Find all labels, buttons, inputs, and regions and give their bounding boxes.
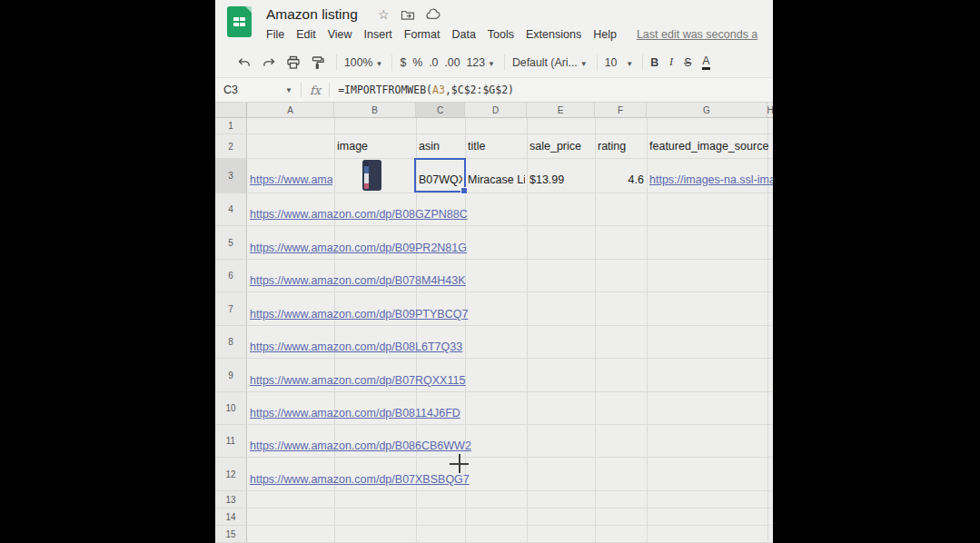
zoom-select[interactable]: 100%▼ bbox=[344, 56, 382, 69]
more-formats-button[interactable]: 123▼ bbox=[467, 56, 495, 69]
row-header-3[interactable]: 3 bbox=[215, 159, 247, 193]
font-size-select[interactable]: 10 ▼ bbox=[605, 56, 633, 69]
redo-button[interactable] bbox=[260, 52, 278, 74]
row-header-12[interactable]: 12 bbox=[215, 458, 247, 490]
row-header-14[interactable]: 14 bbox=[215, 508, 247, 525]
sheets-logo-icon[interactable] bbox=[227, 6, 252, 37]
menu-format[interactable]: Format bbox=[404, 28, 441, 41]
cell-b3-product-image[interactable] bbox=[362, 160, 381, 191]
cell-e2-sale-price-header[interactable]: sale_price bbox=[530, 141, 581, 153]
row-6: 6 https://www.amazon.com/dp/B078M4H43K bbox=[215, 260, 773, 292]
menu-file[interactable]: File bbox=[266, 28, 284, 41]
row-9: 9 https://www.amazon.com/dp/B07RQXX115 bbox=[215, 359, 773, 392]
column-header-d[interactable]: D bbox=[465, 103, 527, 117]
row-4-cells[interactable]: https://www.amazon.com/dp/B08GZPN88C bbox=[247, 193, 773, 225]
cell-a8-link[interactable]: https://www.amazon.com/dp/B08L6T7Q33 bbox=[250, 341, 462, 353]
row-14-cells[interactable] bbox=[247, 508, 773, 525]
paint-format-button[interactable] bbox=[309, 52, 327, 74]
menu-extensions[interactable]: Extensions bbox=[526, 28, 581, 41]
row-13-cells[interactable] bbox=[247, 491, 773, 508]
text-color-button[interactable]: A bbox=[702, 55, 709, 70]
cell-g3-featured-image-source-link[interactable]: https://images-na.ssl-ima bbox=[649, 174, 773, 186]
row-10-cells[interactable]: https://www.amazon.com/dp/B08114J6FD bbox=[247, 392, 773, 424]
column-header-f[interactable]: F bbox=[595, 103, 647, 117]
row-header-4[interactable]: 4 bbox=[215, 193, 247, 225]
column-header-c[interactable]: C bbox=[416, 103, 465, 117]
cell-d3-title-value[interactable]: Miracase Li bbox=[468, 174, 525, 186]
row-15-cells[interactable] bbox=[247, 526, 773, 542]
row-header-10[interactable]: 10 bbox=[215, 392, 247, 424]
menu-insert[interactable]: Insert bbox=[364, 28, 392, 41]
cell-a4-link[interactable]: https://www.amazon.com/dp/B08GZPN88C bbox=[250, 209, 468, 221]
row-header-6[interactable]: 6 bbox=[215, 260, 247, 291]
row-5-cells[interactable]: https://www.amazon.com/dp/B09PR2N81G bbox=[247, 226, 773, 259]
column-header-h[interactable]: H bbox=[767, 103, 773, 117]
formula-input[interactable]: =IMPORTFROMWEB(A3,$C$2:$G$2) bbox=[338, 84, 514, 96]
select-all-corner[interactable] bbox=[215, 103, 247, 117]
bold-button[interactable]: B bbox=[650, 56, 658, 69]
row-7-cells[interactable]: https://www.amazon.com/dp/B09PTYBCQ7 bbox=[247, 292, 773, 325]
column-header-a[interactable]: A bbox=[247, 103, 334, 117]
cell-g2-featured-image-source-header[interactable]: featured_image_source bbox=[649, 141, 768, 153]
column-header-e[interactable]: E bbox=[527, 103, 595, 117]
cell-a10-link[interactable]: https://www.amazon.com/dp/B08114J6FD bbox=[250, 408, 460, 420]
row-11-cells[interactable]: https://www.amazon.com/dp/B086CB6WW2 bbox=[247, 425, 773, 457]
menu-tools[interactable]: Tools bbox=[488, 28, 514, 41]
menu-view[interactable]: View bbox=[328, 28, 352, 41]
row-7: 7 https://www.amazon.com/dp/B09PTYBCQ7 bbox=[215, 292, 773, 326]
cell-e3-sale-price-value[interactable]: $13.99 bbox=[530, 174, 564, 186]
row-header-2[interactable]: 2 bbox=[215, 134, 247, 158]
row-2-cells[interactable]: image asin title sale_price rating featu… bbox=[247, 134, 773, 158]
row-header-8[interactable]: 8 bbox=[215, 326, 247, 358]
move-folder-icon[interactable] bbox=[401, 7, 416, 23]
last-edit-status[interactable]: Last edit was seconds a bbox=[637, 28, 757, 41]
italic-button[interactable]: I bbox=[669, 55, 673, 69]
cell-c2-asin-header[interactable]: asin bbox=[419, 141, 440, 153]
decrease-decimal-button[interactable]: .0 bbox=[429, 56, 438, 69]
row-header-5[interactable]: 5 bbox=[215, 226, 247, 259]
menu-edit[interactable]: Edit bbox=[296, 28, 316, 41]
row-6-cells[interactable]: https://www.amazon.com/dp/B078M4H43K bbox=[247, 260, 773, 291]
cell-a12-link[interactable]: https://www.amazon.com/dp/B07XBSBQG7 bbox=[250, 474, 470, 486]
cell-a6-link[interactable]: https://www.amazon.com/dp/B078M4H43K bbox=[250, 275, 466, 287]
cell-f3-rating-value[interactable]: 4.6 bbox=[595, 174, 644, 186]
row-header-15[interactable]: 15 bbox=[215, 526, 247, 542]
column-header-g[interactable]: G bbox=[647, 103, 767, 117]
row-12-cells[interactable]: https://www.amazon.com/dp/B07XBSBQG7 bbox=[247, 458, 773, 490]
row-header-13[interactable]: 13 bbox=[215, 491, 247, 508]
strikethrough-button[interactable]: S bbox=[684, 56, 691, 69]
name-box[interactable]: C3 ▼ bbox=[215, 84, 292, 96]
cell-d2-title-header[interactable]: title bbox=[468, 141, 485, 153]
cell-a11-link[interactable]: https://www.amazon.com/dp/B086CB6WW2 bbox=[250, 440, 471, 452]
formula-bar: C3 ▼ fx =IMPORTFROMWEB(A3,$C$2:$G$2) bbox=[215, 78, 773, 103]
cell-a9-link[interactable]: https://www.amazon.com/dp/B07RQXX115 bbox=[250, 375, 465, 387]
row-3-cells[interactable]: https://www.ama B07WQX Miracase Li $13.9… bbox=[247, 159, 773, 193]
menu-data[interactable]: Data bbox=[451, 28, 475, 41]
row-8-cells[interactable]: https://www.amazon.com/dp/B08L6T7Q33 bbox=[247, 326, 773, 358]
percent-format-button[interactable]: % bbox=[412, 56, 422, 69]
doc-title[interactable]: Amazon listing bbox=[266, 6, 358, 23]
row-header-1[interactable]: 1 bbox=[215, 118, 247, 133]
row-1-cells[interactable] bbox=[247, 118, 773, 133]
currency-format-button[interactable]: $ bbox=[400, 56, 406, 69]
cell-a7-link[interactable]: https://www.amazon.com/dp/B09PTYBCQ7 bbox=[250, 309, 468, 321]
menu-help[interactable]: Help bbox=[593, 28, 617, 41]
name-box-caret-icon: ▼ bbox=[285, 86, 292, 94]
cell-c3-asin-value[interactable]: B07WQX bbox=[419, 174, 462, 186]
row-9-cells[interactable]: https://www.amazon.com/dp/B07RQXX115 bbox=[247, 359, 773, 391]
row-13: 13 bbox=[215, 491, 773, 508]
cell-a3-link[interactable]: https://www.ama bbox=[250, 174, 332, 186]
row-header-7[interactable]: 7 bbox=[215, 292, 247, 325]
cloud-status-icon[interactable] bbox=[425, 7, 441, 23]
cell-f2-rating-header[interactable]: rating bbox=[598, 141, 626, 153]
star-icon[interactable]: ☆ bbox=[376, 7, 391, 23]
row-header-11[interactable]: 11 bbox=[215, 425, 247, 457]
cell-b2-image-header[interactable]: image bbox=[337, 141, 368, 153]
font-select[interactable]: Default (Ari...▼ bbox=[512, 56, 588, 69]
column-header-b[interactable]: B bbox=[334, 103, 416, 117]
cell-a5-link[interactable]: https://www.amazon.com/dp/B09PR2N81G bbox=[250, 242, 467, 254]
increase-decimal-button[interactable]: .00 bbox=[444, 56, 460, 69]
undo-button[interactable] bbox=[235, 52, 253, 74]
print-button[interactable] bbox=[284, 52, 302, 74]
row-header-9[interactable]: 9 bbox=[215, 359, 247, 391]
